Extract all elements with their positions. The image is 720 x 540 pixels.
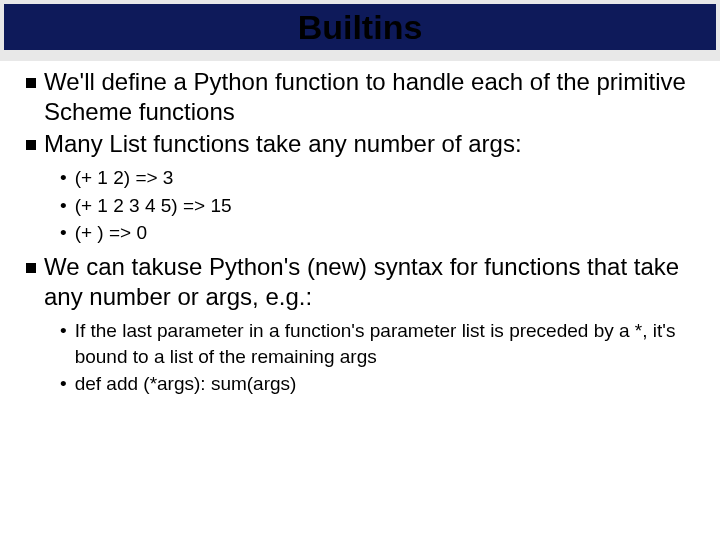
sub-item: • (+ 1 2) => 3 xyxy=(60,165,694,191)
title-background: Builtins xyxy=(0,0,720,61)
sub-text: def add (*args): sum(args) xyxy=(75,371,297,397)
dot-bullet-icon: • xyxy=(60,318,67,369)
bullet-text: We can takuse Python's (new) syntax for … xyxy=(44,252,694,312)
sub-item: • def add (*args): sum(args) xyxy=(60,371,694,397)
sub-text: (+ 1 2) => 3 xyxy=(75,165,174,191)
square-bullet-icon xyxy=(26,140,36,150)
sub-item: • (+ 1 2 3 4 5) => 15 xyxy=(60,193,694,219)
slide: Builtins We'll define a Python function … xyxy=(0,0,720,540)
bullet-2: Many List functions take any number of a… xyxy=(26,129,694,159)
square-bullet-icon xyxy=(26,263,36,273)
bullet-1: We'll define a Python function to handle… xyxy=(26,67,694,127)
slide-title: Builtins xyxy=(4,8,716,47)
sub-text: If the last parameter in a function's pa… xyxy=(75,318,694,369)
sub-list-1: • (+ 1 2) => 3 • (+ 1 2 3 4 5) => 15 • (… xyxy=(60,165,694,246)
content-area: We'll define a Python function to handle… xyxy=(0,61,720,397)
bullet-text: Many List functions take any number of a… xyxy=(44,129,694,159)
sub-item: • (+ ) => 0 xyxy=(60,220,694,246)
dot-bullet-icon: • xyxy=(60,371,67,397)
dot-bullet-icon: • xyxy=(60,220,67,246)
sub-item: • If the last parameter in a function's … xyxy=(60,318,694,369)
sub-text: (+ ) => 0 xyxy=(75,220,147,246)
square-bullet-icon xyxy=(26,78,36,88)
dot-bullet-icon: • xyxy=(60,193,67,219)
bullet-3: We can takuse Python's (new) syntax for … xyxy=(26,252,694,312)
bullet-text: We'll define a Python function to handle… xyxy=(44,67,694,127)
sub-text: (+ 1 2 3 4 5) => 15 xyxy=(75,193,232,219)
sub-list-2: • If the last parameter in a function's … xyxy=(60,318,694,397)
dot-bullet-icon: • xyxy=(60,165,67,191)
